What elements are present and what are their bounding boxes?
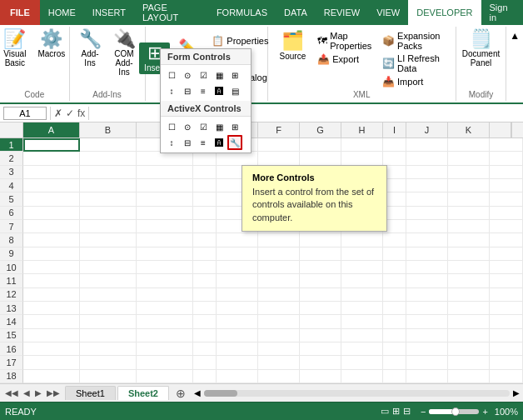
cancel-formula-icon[interactable]: ✗ [54, 108, 62, 119]
row-num-8[interactable]: 8 [0, 233, 23, 247]
refresh-data-button[interactable]: 🔄 LI Refresh Data [379, 52, 451, 74]
tab-scroll-next[interactable]: ▶ [33, 388, 43, 398]
fc-btn-3[interactable]: ☑ [196, 68, 211, 82]
ax-btn-10[interactable]: 🔧 [227, 135, 242, 150]
ax-btn-7[interactable]: ⊟ [180, 135, 195, 150]
col-header-f[interactable]: F [258, 122, 300, 138]
fc-btn-5[interactable]: ⊞ [227, 68, 242, 82]
normal-view-icon[interactable]: ▭ [381, 406, 389, 417]
tab-developer[interactable]: DEVELOPER [408, 0, 481, 25]
sheet-tab-sheet2[interactable]: Sheet2 [117, 386, 169, 400]
com-addins-button[interactable]: 🔌 COMAdd-Ins [108, 28, 141, 78]
row-num-17[interactable]: 17 [0, 356, 23, 369]
row-num-12[interactable]: 12 [0, 288, 23, 302]
row-num-7[interactable]: 7 [0, 220, 23, 233]
col-header-b[interactable]: B [80, 122, 137, 138]
cell-f1[interactable] [258, 138, 300, 152]
page-break-view-icon[interactable]: ⊟ [403, 406, 411, 417]
collapse-ribbon-icon[interactable]: ▲ [510, 30, 520, 42]
row-num-2[interactable]: 2 [0, 152, 23, 165]
fc-btn-9[interactable]: 🅰 [212, 83, 227, 98]
tab-scroll-left[interactable]: ◀◀ [3, 388, 20, 398]
cell-a1[interactable] [23, 138, 80, 152]
zoom-in-icon[interactable]: + [482, 407, 487, 417]
zoom-out-icon[interactable]: − [421, 407, 426, 417]
ax-btn-4[interactable]: ▦ [212, 119, 227, 134]
row-num-10[interactable]: 10 [0, 261, 23, 274]
col-header-g[interactable]: G [300, 122, 341, 138]
col-header-i[interactable]: I [383, 122, 406, 138]
fc-btn-8[interactable]: ≡ [196, 83, 211, 98]
row-num-1[interactable]: 1 [0, 138, 23, 152]
row-num-5[interactable]: 5 [0, 192, 23, 206]
ax-btn-5[interactable]: ⊞ [227, 119, 242, 134]
properties-button[interactable]: 📋 Properties [208, 34, 272, 48]
sheet-tab-sheet1[interactable]: Sheet1 [65, 386, 116, 400]
tab-scroll-right[interactable]: ▶▶ [45, 388, 62, 398]
fc-btn-6[interactable]: ↕ [164, 83, 179, 98]
add-sheet-button[interactable]: ⊕ [171, 387, 191, 400]
tab-home[interactable]: HOME [40, 0, 84, 25]
ax-btn-1[interactable]: ☐ [164, 119, 179, 134]
scroll-track[interactable] [204, 390, 510, 397]
name-box[interactable] [3, 107, 47, 120]
import-button[interactable]: 📥 Import [379, 75, 451, 88]
cell-j1[interactable] [406, 138, 448, 152]
tab-scroll-prev[interactable]: ◀ [22, 388, 32, 398]
row-num-16[interactable]: 16 [0, 342, 23, 356]
row-num-13[interactable]: 13 [0, 302, 23, 315]
insert-function-icon[interactable]: fx [77, 108, 85, 119]
formula-input[interactable] [92, 108, 520, 118]
source-button[interactable]: 🗂️ Source [273, 28, 313, 62]
row-num-15[interactable]: 15 [0, 329, 23, 342]
tab-data[interactable]: DATA [276, 0, 316, 25]
col-header-h[interactable]: H [341, 122, 383, 138]
cell-extra-1[interactable] [490, 138, 523, 152]
tab-page-layout[interactable]: PAGE LAYOUT [134, 0, 208, 25]
tab-file[interactable]: FILE [0, 0, 40, 25]
macros-button[interactable]: ⚙️ Macros [32, 28, 70, 60]
col-header-a[interactable]: A [23, 122, 80, 138]
row-num-9[interactable]: 9 [0, 248, 23, 261]
fc-btn-4[interactable]: ▦ [212, 68, 227, 82]
row-num-11[interactable]: 11 [0, 274, 23, 288]
tab-review[interactable]: REVIEW [316, 0, 368, 25]
col-header-k[interactable]: K [448, 122, 490, 138]
fc-btn-1[interactable]: ☐ [164, 68, 179, 82]
ax-btn-6[interactable]: ↕ [164, 135, 179, 150]
addins-button[interactable]: 🔧 Add-Ins [74, 28, 107, 69]
cell-g1[interactable] [300, 138, 341, 152]
fc-btn-7[interactable]: ⊟ [180, 83, 195, 98]
tab-view[interactable]: VIEW [368, 0, 408, 25]
ax-btn-8[interactable]: ≡ [196, 135, 211, 150]
ax-btn-2[interactable]: ⊙ [180, 119, 195, 134]
fc-btn-2[interactable]: ⊙ [180, 68, 195, 82]
row-num-4[interactable]: 4 [0, 179, 23, 192]
cell-h1[interactable] [341, 138, 383, 152]
horizontal-scrollbar[interactable]: ◀ ▶ [191, 388, 523, 398]
zoom-thumb[interactable] [451, 408, 460, 416]
zoom-slider[interactable] [429, 409, 479, 414]
cell-k1[interactable] [448, 138, 490, 152]
confirm-formula-icon[interactable]: ✓ [66, 108, 74, 119]
scroll-right-arrow[interactable]: ▶ [513, 388, 520, 398]
tab-insert[interactable]: INSERT [84, 0, 134, 25]
col-header-j[interactable]: J [406, 122, 448, 138]
scroll-left-arrow[interactable]: ◀ [194, 388, 201, 398]
export-button[interactable]: 📤 Export [314, 52, 377, 66]
page-layout-view-icon[interactable]: ⊞ [392, 406, 400, 417]
tab-sign-in[interactable]: Sign in [481, 0, 523, 25]
cell-i1[interactable] [383, 138, 406, 152]
map-properties-button[interactable]: 🗺 Map Properties [314, 30, 377, 52]
scroll-thumb[interactable] [204, 390, 237, 397]
cell-b1[interactable] [80, 138, 137, 152]
tab-formulas[interactable]: FORMULAS [208, 0, 276, 25]
visual-basic-button[interactable]: 📝 VisualBasic [0, 28, 31, 69]
row-num-3[interactable]: 3 [0, 166, 23, 179]
ax-btn-3[interactable]: ☑ [196, 119, 211, 134]
document-panel-button[interactable]: 🗒️ DocumentPanel [457, 28, 506, 69]
fc-btn-10[interactable]: ▤ [227, 83, 242, 98]
row-num-14[interactable]: 14 [0, 315, 23, 328]
expansion-packs-button[interactable]: 📦 Expansion Packs [379, 30, 451, 52]
row-num-18[interactable]: 18 [0, 370, 23, 383]
